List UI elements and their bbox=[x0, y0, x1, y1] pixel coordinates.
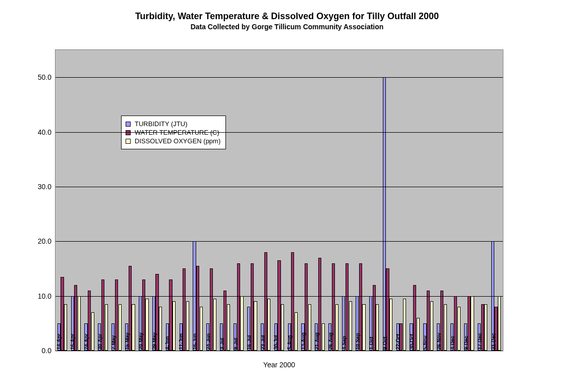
bar-group: 30-Oct bbox=[408, 50, 422, 351]
bar-group: 24-Apr bbox=[83, 50, 96, 351]
legend-swatch-icon bbox=[126, 122, 131, 127]
bar-group: 1-Oct bbox=[367, 50, 381, 351]
category-label: 16-Jul bbox=[247, 309, 252, 350]
bar bbox=[471, 296, 474, 351]
bar bbox=[281, 304, 284, 351]
bar-group: 23-Jul bbox=[259, 50, 272, 351]
bar-group: 10-Sep bbox=[354, 50, 367, 351]
category-label: 9-Oct bbox=[382, 309, 388, 350]
bar bbox=[403, 299, 406, 351]
bar bbox=[78, 296, 81, 351]
bar-group: 5-Nov bbox=[422, 50, 435, 351]
y-tick-label: 0.0 bbox=[42, 347, 51, 355]
bar bbox=[376, 304, 379, 351]
bar-group: 26-Aug bbox=[327, 50, 340, 351]
category-label: 22-Oct bbox=[395, 309, 401, 350]
category-label: 9-Dec bbox=[464, 309, 469, 350]
gridline bbox=[55, 351, 503, 351]
chart-title: Turbidity, Water Temperature & Dissolved… bbox=[0, 11, 574, 22]
category-label: 26-Aug bbox=[328, 309, 333, 350]
category-label: 4-Jun bbox=[165, 309, 170, 350]
category-label: 21-Aug bbox=[314, 309, 320, 350]
category-label: 16-Jun bbox=[192, 309, 198, 350]
bar bbox=[295, 312, 298, 351]
gridline bbox=[55, 241, 503, 242]
bar bbox=[254, 301, 257, 351]
bar-group: 11-Jun bbox=[178, 50, 191, 351]
bar bbox=[132, 304, 135, 351]
category-label: 11-Jun bbox=[179, 309, 184, 350]
chart-subtitle: Data Collected by Gorge Tillicum Communi… bbox=[0, 23, 574, 31]
bar-group: 4-Sep bbox=[340, 50, 354, 351]
legend-swatch-icon bbox=[126, 139, 131, 144]
legend-item: TURBIDITY (JTU) bbox=[126, 120, 220, 128]
category-label: 10-Sep bbox=[355, 309, 361, 350]
bar bbox=[484, 304, 487, 351]
bar bbox=[200, 307, 203, 351]
category-label: 20-May bbox=[138, 309, 144, 350]
gridline bbox=[55, 187, 503, 187]
y-tick-label: 40.0 bbox=[38, 128, 51, 136]
bar-group: 15-May bbox=[123, 50, 137, 351]
category-label: 4-Dec bbox=[450, 309, 455, 350]
bar bbox=[213, 299, 216, 351]
category-label: 23-Jul bbox=[260, 309, 266, 350]
category-label: 29-May bbox=[152, 309, 157, 350]
bar-group: 21-Aug bbox=[313, 50, 327, 351]
bar-group: 13-Aug bbox=[300, 50, 313, 351]
bars-layer: 14-Apr16-Apr24-Apr30-Apr7-May15-May20-Ma… bbox=[55, 50, 503, 351]
bar-group: 16-Jun bbox=[191, 50, 205, 351]
y-tick-label: 10.0 bbox=[38, 292, 51, 300]
category-label: 5-Nov bbox=[423, 309, 428, 350]
bar-group: 17-Dec bbox=[476, 50, 489, 351]
category-label: 24-Jun bbox=[206, 309, 211, 350]
bar bbox=[105, 304, 108, 351]
bar bbox=[159, 307, 162, 351]
gridline bbox=[55, 77, 503, 78]
category-label: 1-Oct bbox=[369, 309, 374, 350]
bar bbox=[457, 307, 461, 351]
bar bbox=[308, 304, 311, 351]
category-label: 15-May bbox=[125, 309, 130, 350]
category-label: 26-Nov bbox=[436, 309, 442, 350]
y-tick-label: 20.0 bbox=[38, 237, 51, 245]
bar-group: 14-Apr bbox=[55, 50, 69, 351]
legend-label: TURBIDITY (JTU) bbox=[135, 120, 187, 128]
gridline bbox=[55, 296, 503, 297]
bar bbox=[173, 301, 176, 351]
category-label: 31-Dec bbox=[491, 309, 496, 350]
category-label: 30-Oct bbox=[409, 309, 415, 350]
bar-group: 29-May bbox=[150, 50, 164, 351]
gridline bbox=[55, 132, 503, 133]
bar-group: 20-May bbox=[137, 50, 150, 351]
bar-group: 7-May bbox=[110, 50, 124, 351]
legend-label: DISSOLVED OXYGEN (ppm) bbox=[135, 137, 220, 145]
bar bbox=[362, 304, 365, 351]
bar bbox=[349, 301, 352, 351]
bar bbox=[186, 301, 189, 351]
bar bbox=[444, 304, 447, 351]
bar-group: 22-Oct bbox=[394, 50, 408, 351]
bar-group: 26-Nov bbox=[435, 50, 449, 351]
bar bbox=[119, 304, 122, 351]
bar bbox=[322, 323, 325, 351]
category-label: 13-Aug bbox=[301, 309, 306, 350]
bar bbox=[335, 304, 338, 351]
bar bbox=[430, 301, 433, 351]
bar-group: 16-Jul bbox=[245, 50, 259, 351]
bar-group: 24-Jun bbox=[205, 50, 218, 351]
bar-group: 16-Apr bbox=[69, 50, 83, 351]
bar-group: 31-Dec bbox=[489, 50, 503, 351]
category-label: 5-Aug bbox=[287, 309, 293, 350]
bar bbox=[64, 304, 67, 351]
bar bbox=[145, 299, 148, 351]
category-label: 3-Jul bbox=[219, 309, 225, 350]
category-label: 4-Sep bbox=[341, 309, 347, 350]
category-label: 16-Apr bbox=[70, 309, 76, 350]
chart-page: Turbidity, Water Temperature & Dissolved… bbox=[0, 0, 574, 392]
y-tick-label: 50.0 bbox=[38, 73, 51, 81]
bar bbox=[267, 299, 270, 351]
bar-group: 30-Jul bbox=[272, 50, 286, 351]
bar bbox=[498, 296, 501, 351]
x-axis-title: Year 2000 bbox=[55, 361, 503, 369]
